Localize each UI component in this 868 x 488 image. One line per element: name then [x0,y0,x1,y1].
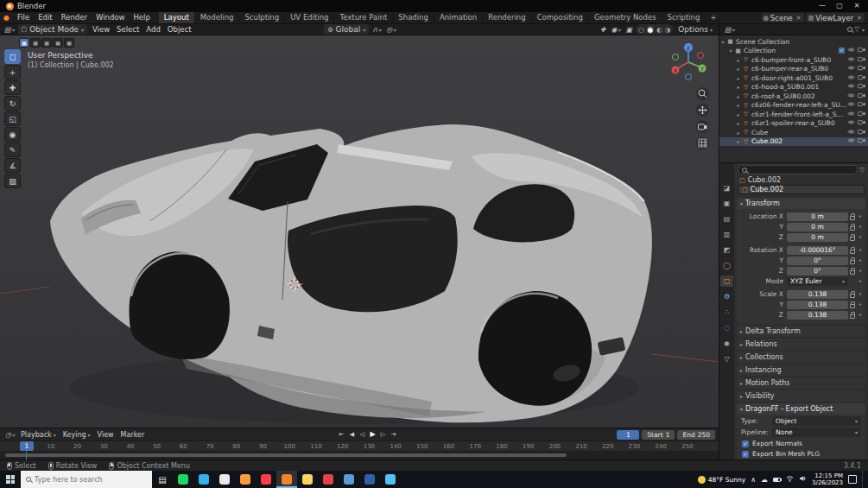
world-properties-tab[interactable]: ◯ [720,260,733,271]
viewlayer-selector[interactable]: ▥ ViewLayer ✕ [806,13,865,22]
scale-tool[interactable]: ◱ [4,111,21,126]
proportional-editing-button[interactable]: ◎ ▾ [384,26,397,34]
object-data-properties-tab[interactable]: ▽ [720,353,733,364]
scene-unlink-icon[interactable]: ✕ [795,15,801,22]
select-mode-subtract[interactable]: ▦ [41,38,52,48]
frame-end-field[interactable]: End 250 [677,430,715,440]
move-tool[interactable]: ✚ [4,80,21,95]
outliner-item[interactable]: ▸▽Cube.002 [719,137,868,147]
disable-in-renders-icon[interactable] [858,101,865,109]
menu-file[interactable]: File [13,12,34,23]
transform-z-field[interactable]: 0° [787,267,848,276]
viewport-menu-add[interactable]: Add [143,25,163,34]
lock-icon[interactable] [848,224,857,231]
timeline-menu-keying[interactable]: Keying▾ [60,431,94,439]
taskbar-search[interactable] [21,471,152,488]
dff-type-dropdown[interactable]: Object ▾ [772,416,861,426]
transform-rotation-x-field[interactable]: -0.000016° [787,246,848,255]
checkbox-export-normals[interactable]: ✓ [742,440,749,447]
transform-y-field[interactable]: 0 m [787,223,848,231]
section-instancing[interactable]: ▸Instancing [737,364,865,376]
chevron-down-icon[interactable]: ▾ [727,48,734,54]
section-motion-paths[interactable]: ▸Motion Paths [737,377,865,389]
current-frame-field[interactable]: 1 [617,430,639,440]
output-properties-tab[interactable]: ▤ [720,213,733,225]
xray-toggle-button[interactable]: ▣ [624,26,635,34]
workspace-add-button[interactable]: + [706,12,720,23]
render-properties-tab[interactable]: ▣ [720,198,733,209]
lock-icon[interactable] [848,213,857,220]
filter-icon[interactable]: ▽ [855,26,859,33]
material-shading-icon[interactable]: ◐ [656,26,662,34]
workspace-tab-compositing[interactable]: Compositing [532,12,589,23]
tool-properties-tab[interactable]: ◪ [720,182,733,193]
workspace-tab-shading[interactable]: Shading [393,12,434,23]
disable-in-renders-icon[interactable] [858,74,865,82]
show-desktop-button[interactable] [862,471,865,488]
show-overlays-button[interactable]: ◉ ▾ [610,26,623,34]
menu-render[interactable]: Render [57,12,92,23]
properties-search-input[interactable] [750,166,853,174]
collection-checkbox[interactable]: ✓ [839,48,845,54]
hide-in-viewport-icon[interactable] [847,92,855,100]
viewport-menu-view[interactable]: View [89,25,113,34]
animate-dot-icon[interactable]: • [857,291,864,298]
animate-dot-icon[interactable]: • [857,312,864,319]
workspace-tab-sculpting[interactable]: Sculpting [239,12,285,23]
section-delta-transform[interactable]: ▸Delta Transform [737,326,865,337]
select-mode-new[interactable]: ▦ [19,38,29,48]
transform-orientation-dropdown[interactable]: ◍ Global ▾ [324,24,369,35]
play-button[interactable]: ▶ [368,429,377,440]
playhead-marker[interactable]: 1 [20,441,34,451]
outliner-item[interactable]: ▸▽c6-bumper-front-a_SUB0 [719,55,868,65]
editor-type-button[interactable]: ▤ ▾ [723,26,737,34]
dragonff-panel-header[interactable]: ▾ DragonFF - Export Object [737,403,865,415]
viewport-3d-scene[interactable] [0,35,719,428]
disable-in-renders-icon[interactable] [858,111,865,118]
taskbar-photos[interactable] [380,471,401,488]
taskbar-edge[interactable] [193,471,214,488]
transform-scale-x-field[interactable]: 0.138 [787,290,848,299]
disable-in-renders-icon[interactable] [858,92,865,100]
timeline-ruler[interactable]: 1020304050607080901001101201301401501601… [0,440,719,451]
select-mode-extend[interactable]: ▦ [30,38,41,48]
transform-panel-header[interactable]: ▾ Transform [737,198,865,209]
camera-view-icon[interactable] [696,120,709,133]
search-icon[interactable] [847,27,852,32]
menu-edit[interactable]: Edit [34,12,56,23]
pan-hand-icon[interactable] [696,104,709,117]
prev-keyframe-button[interactable]: ◀ [347,429,357,440]
transform-mode-dropdown[interactable]: XYZ Euler▾ [787,277,848,286]
animate-dot-icon[interactable]: • [857,301,864,308]
section-collections[interactable]: ▸Collections [737,352,865,363]
transform-y-field[interactable]: 0.138 [787,301,848,309]
animate-dot-icon[interactable]: • [857,278,864,285]
animate-dot-icon[interactable]: • [857,234,864,241]
maximize-icon[interactable]: ▢ [831,0,848,12]
outliner-item[interactable]: ▸▽c6zr1-fender-front-left-a_SUB0 [719,110,868,119]
outliner-scene-collection[interactable]: ▾ ▦ Scene Collection [719,37,868,47]
disable-in-renders-icon[interactable] [858,47,865,54]
volume-icon[interactable] [799,475,807,484]
disable-in-renders-icon[interactable] [858,83,865,91]
menu-help[interactable]: Help [129,12,154,23]
view-layer-properties-tab[interactable]: ▥ [720,229,733,240]
navigation-gizmo[interactable]: Z X Y [668,41,708,82]
hide-in-viewport-icon[interactable] [847,83,855,91]
start-button[interactable] [0,471,21,488]
lock-icon[interactable] [848,312,857,319]
viewport-menu-select[interactable]: Select [113,25,143,34]
close-icon[interactable]: ✕ [848,0,865,12]
select-box-tool[interactable]: ◻ [4,49,21,64]
battery-icon[interactable] [773,478,781,482]
select-mode-intersect[interactable]: ▦ [64,38,74,48]
lock-icon[interactable] [848,301,857,308]
constraints-properties-tab[interactable]: ◉ [720,338,733,349]
animate-dot-icon[interactable]: • [857,213,864,220]
action-center-icon[interactable] [848,475,857,484]
minimize-icon[interactable]: — [814,0,831,12]
object-name-field[interactable]: ▢ Cube.002 [738,185,865,194]
breadcrumb-object-label[interactable]: Cube.002 [748,176,781,184]
select-mode-invert[interactable]: ▦ [53,38,63,48]
transform-z-field[interactable]: 0 m [787,233,848,242]
